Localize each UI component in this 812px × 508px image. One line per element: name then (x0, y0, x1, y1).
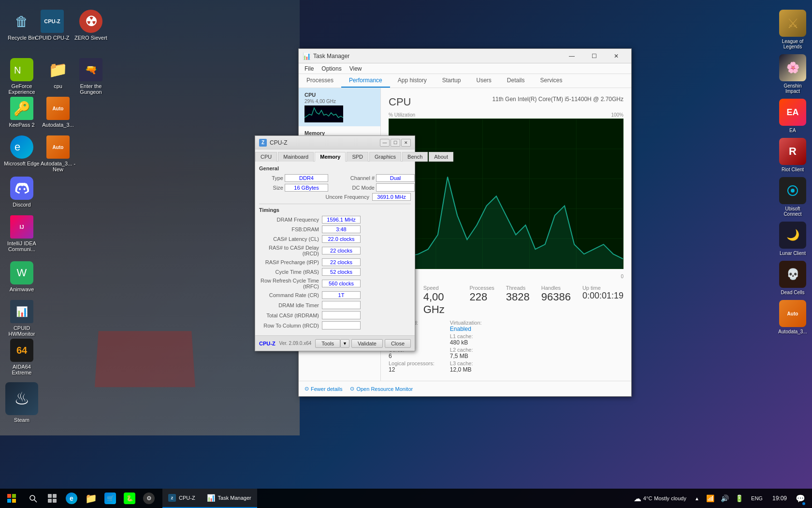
task-manager-titlebar: 📊 Task Manager — ☐ ✕ (299, 49, 631, 63)
logical-block: Logical processors: 12 (389, 360, 435, 373)
zero-sievert-label: ZERO Sievert (72, 35, 110, 41)
tm-tab-users[interactable]: Users (468, 74, 499, 88)
hwmonitor-icon: 📊 (10, 300, 33, 323)
tm-tab-apphistory[interactable]: App history (390, 74, 435, 88)
desktop-icon-aida64[interactable]: 64 AIDA64 Extreme (2, 339, 41, 375)
right-icon-lol[interactable]: ⚔ League of Legends (776, 10, 809, 49)
clock-display[interactable]: 19:09 (768, 494, 791, 503)
right-icon-ubisoft[interactable]: Ubisoft Connect (776, 177, 809, 217)
desktop-icon-enter-gungeon[interactable]: 🔫 Enter the Gungeon (72, 58, 110, 95)
desktop-icon-steam[interactable]: ♨ Steam (2, 382, 41, 423)
task-manager-maximize-button[interactable]: ☐ (583, 49, 605, 63)
tm-tab-performance[interactable]: Performance (341, 74, 390, 88)
tray-volume-icon[interactable]: 🔊 (718, 489, 732, 508)
cpuz-minimize-button[interactable]: — (380, 139, 390, 147)
general-timings-divider (259, 204, 411, 204)
lol-icon: ⚔ (779, 10, 806, 37)
taskbar-search-icon[interactable] (23, 489, 43, 508)
l2-cache-block: L2 cache: 7,5 MB (450, 347, 482, 359)
resource-monitor-icon: ⊙ (350, 386, 354, 392)
row-col-value (322, 321, 361, 329)
right-icon-ea[interactable]: EA EA (776, 99, 809, 133)
tm-menu-view[interactable]: View (346, 63, 366, 74)
tm-tab-details[interactable]: Details (499, 74, 533, 88)
taskbar-explorer-icon[interactable]: 📁 (81, 489, 101, 508)
cpuz-close-button[interactable]: ✕ (401, 139, 411, 147)
right-icon-dead-cells[interactable]: 💀 Dead Cells (776, 261, 809, 295)
cpuz-validate-button[interactable]: Validate (351, 339, 383, 348)
tray-battery-icon[interactable]: 🔋 (733, 489, 746, 508)
task-manager-title: Task Manager (313, 53, 561, 60)
tray-network-icon[interactable]: 📶 (704, 489, 717, 508)
right-icon-lunar[interactable]: 🌙 Lunar Client (776, 222, 809, 256)
desktop-icon-keepass[interactable]: 🔑 KeePass 2 (2, 97, 41, 128)
tray-lang[interactable]: ENG (747, 489, 767, 508)
cpu-panel-title: CPU (389, 96, 411, 108)
tm-tab-processes[interactable]: Processes (299, 74, 341, 88)
cpuz-tab-bench[interactable]: Bench (402, 152, 428, 162)
tm-menu-options[interactable]: Options (318, 63, 345, 74)
taskbar-pinned-icons: e 📁 🛒 🐍 ⚙ (23, 489, 159, 508)
cpuz-tab-about[interactable]: About (429, 152, 453, 162)
desktop-icon-geforce[interactable]: N GeForce Experience (2, 58, 41, 95)
start-button[interactable] (0, 489, 23, 508)
fewer-details-link[interactable]: ⊙ Fewer details (304, 386, 342, 392)
intellij-label: IntelliJ IDEA Communi... (2, 240, 41, 252)
tm-cpu-mini-graph (304, 105, 343, 122)
edge-label: Microsoft Edge (2, 161, 41, 166)
cpuz-tab-graphics[interactable]: Graphics (369, 152, 401, 162)
l1-label: L1 cache: (450, 333, 482, 339)
cpuz-tab-spd[interactable]: SPD (347, 152, 368, 162)
cpu-threads-label: Threads (506, 285, 530, 291)
task-manager-title-icon: 📊 (303, 52, 310, 60)
taskbar-taskmanager-app[interactable]: 📊 Task Manager (201, 489, 257, 508)
show-hidden-icons-button[interactable]: ▲ (692, 489, 702, 508)
desktop-icon-autodata-new[interactable]: Auto Autodata_3... - New (39, 135, 77, 172)
tm-sidebar-cpu[interactable]: CPU 29% 4,00 GHz (299, 88, 380, 126)
desktop-icon-animwave[interactable]: W Animwave (2, 261, 41, 292)
task-manager-minimize-button[interactable]: — (561, 49, 583, 63)
right-icon-riot[interactable]: R Riot Client (776, 138, 809, 172)
row-refresh-value: 560 clocks (322, 280, 361, 287)
open-resource-monitor-link[interactable]: ⊙ Open Resource Monitor (350, 386, 413, 392)
taskbar-razer-icon[interactable]: 🐍 (120, 489, 139, 508)
taskbar-taskview-icon[interactable] (43, 489, 62, 508)
cpu-graph-area (389, 119, 624, 269)
right-icon-genshin[interactable]: 🌸 Genshin Impact (776, 54, 809, 94)
desktop-icon-zero[interactable]: ☢ ZERO Sievert (72, 10, 110, 41)
weather-widget[interactable]: ☁ 4°C Mostly cloudy (630, 494, 690, 503)
cpuz-tools-arrow-button[interactable]: ▼ (340, 339, 349, 348)
cpu-handles-label: Handles (541, 285, 571, 291)
cpuz-tab-mainboard[interactable]: Mainboard (278, 152, 314, 162)
cpuz-close-btn[interactable]: Close (385, 339, 411, 348)
cpuz-type-channel-row: Type DDR4 Channel # Dual (259, 174, 411, 182)
tm-tab-services[interactable]: Services (533, 74, 570, 88)
cpuz-tab-memory[interactable]: Memory (315, 152, 346, 162)
desktop-icon-cpuid[interactable]: CPU-Z CPUID CPU-Z (33, 10, 72, 41)
right-icon-autodata[interactable]: Auto Autodata_3... (776, 300, 809, 334)
total-cas-value (322, 311, 361, 319)
dram-idle-label: DRAM Idle Timer (259, 302, 322, 308)
desktop-icon-autodata-3[interactable]: Auto Autodata_3... (39, 97, 77, 128)
cpuz-tab-cpu[interactable]: CPU (255, 152, 277, 162)
taskbar-cpuz-app[interactable]: Z CPU-Z (162, 489, 201, 508)
taskbar-store-icon[interactable]: 🛒 (101, 489, 120, 508)
task-manager-close-button[interactable]: ✕ (605, 49, 627, 63)
cpuz-maximize-button[interactable]: ☐ (391, 139, 400, 147)
ras-cas-value: 22 clocks (322, 247, 361, 254)
desktop-icon-discord[interactable]: Discord (2, 177, 41, 208)
l3-value: 12,0 MB (450, 366, 482, 373)
desktop-icon-intellij[interactable]: IJ IntelliJ IDEA Communi... (2, 215, 41, 252)
desktop-icon-edge[interactable]: e Microsoft Edge (2, 135, 41, 166)
channel-value: Dual (376, 174, 415, 182)
tm-menu-file[interactable]: File (301, 63, 318, 74)
taskbar-app6-icon[interactable]: ⚙ (139, 489, 159, 508)
taskbar-app-entries: Z CPU-Z 📊 Task Manager (162, 489, 630, 508)
chevron-up-icon: ⊙ (304, 386, 309, 392)
cpuz-tools-button[interactable]: Tools (315, 339, 340, 348)
dram-freq-label: DRAM Frequency (259, 217, 322, 223)
notification-center-button[interactable]: 💬 (793, 489, 808, 508)
tm-tab-startup[interactable]: Startup (435, 74, 469, 88)
taskbar-edge-icon[interactable]: e (62, 489, 81, 508)
desktop-icon-hwmonitor[interactable]: 📊 CPUID HWMonitor (2, 300, 41, 337)
